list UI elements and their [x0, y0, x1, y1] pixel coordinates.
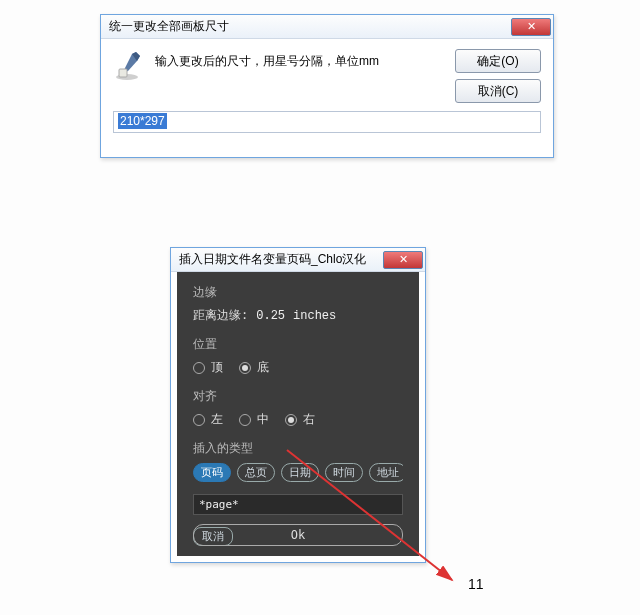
dialog-body: 输入更改后的尺寸，用星号分隔，单位mm 确定(O) 取消(C)	[101, 39, 553, 103]
pill-date[interactable]: 日期	[281, 463, 319, 482]
size-input[interactable]: 210*297	[113, 111, 541, 133]
resize-artboards-dialog: 统一更改全部画板尺寸 ✕ 输入更改后的尺寸，用星号分隔，单位mm 确定(O) 取…	[100, 14, 554, 158]
section-title: 位置	[193, 336, 403, 353]
radio-bottom[interactable]: 底	[239, 359, 269, 376]
insert-variable-dialog: 插入日期文件名变量页码_Chlo汉化 ✕ 边缘 距离边缘: 0.25 inche…	[170, 247, 426, 563]
radio-icon	[285, 414, 297, 426]
section-title: 对齐	[193, 388, 403, 405]
margin-row: 距离边缘: 0.25 inches	[193, 307, 403, 324]
close-button[interactable]: ✕	[383, 251, 423, 269]
pill-time[interactable]: 时间	[325, 463, 363, 482]
radio-icon	[193, 414, 205, 426]
pill-address[interactable]: 地址	[369, 463, 403, 482]
svg-rect-1	[119, 69, 127, 77]
close-button[interactable]: ✕	[511, 18, 551, 36]
radio-center[interactable]: 中	[239, 411, 269, 428]
titlebar: 插入日期文件名变量页码_Chlo汉化 ✕	[171, 248, 425, 272]
section-align: 对齐 左 中 右	[193, 388, 403, 428]
margin-label: 距离边缘:	[193, 307, 248, 324]
section-title: 插入的类型	[193, 440, 403, 457]
close-icon: ✕	[527, 20, 536, 33]
radio-label: 中	[257, 411, 269, 428]
input-wrap: 210*297	[101, 103, 553, 145]
radio-right[interactable]: 右	[285, 411, 315, 428]
ok-button[interactable]: Ok	[193, 524, 403, 546]
close-icon: ✕	[399, 253, 408, 266]
section-title: 边缘	[193, 284, 403, 301]
margin-value[interactable]: 0.25	[256, 309, 285, 323]
script-icon	[113, 49, 145, 81]
page-number: 11	[468, 576, 484, 592]
section-margin: 边缘 距离边缘: 0.25 inches	[193, 284, 403, 324]
dialog-title: 统一更改全部画板尺寸	[109, 18, 511, 35]
input-selected-text: 210*297	[118, 113, 167, 129]
ok-button[interactable]: 确定(O)	[455, 49, 541, 73]
dialog-body: 边缘 距离边缘: 0.25 inches 位置 顶 底 对齐	[177, 272, 419, 556]
radio-icon	[239, 414, 251, 426]
cancel-button[interactable]: 取消(C)	[455, 79, 541, 103]
radio-left[interactable]: 左	[193, 411, 223, 428]
align-options: 左 中 右	[193, 411, 403, 428]
radio-icon	[193, 362, 205, 374]
section-position: 位置 顶 底	[193, 336, 403, 376]
radio-top[interactable]: 顶	[193, 359, 223, 376]
prompt-text: 输入更改后的尺寸，用星号分隔，单位mm	[155, 49, 445, 103]
radio-label: 右	[303, 411, 315, 428]
type-pills: 页码 总页 日期 时间 地址 文件名	[193, 463, 403, 482]
pill-total[interactable]: 总页	[237, 463, 275, 482]
titlebar: 统一更改全部画板尺寸 ✕	[101, 15, 553, 39]
button-column: 确定(O) 取消(C)	[455, 49, 541, 103]
position-options: 顶 底	[193, 359, 403, 376]
radio-label: 底	[257, 359, 269, 376]
radio-label: 左	[211, 411, 223, 428]
margin-unit: inches	[293, 309, 336, 323]
section-input	[193, 494, 403, 515]
dialog-title: 插入日期文件名变量页码_Chlo汉化	[179, 251, 383, 268]
template-input[interactable]	[193, 494, 403, 515]
section-type: 插入的类型 页码 总页 日期 时间 地址 文件名	[193, 440, 403, 482]
pill-page[interactable]: 页码	[193, 463, 231, 482]
radio-label: 顶	[211, 359, 223, 376]
radio-icon	[239, 362, 251, 374]
